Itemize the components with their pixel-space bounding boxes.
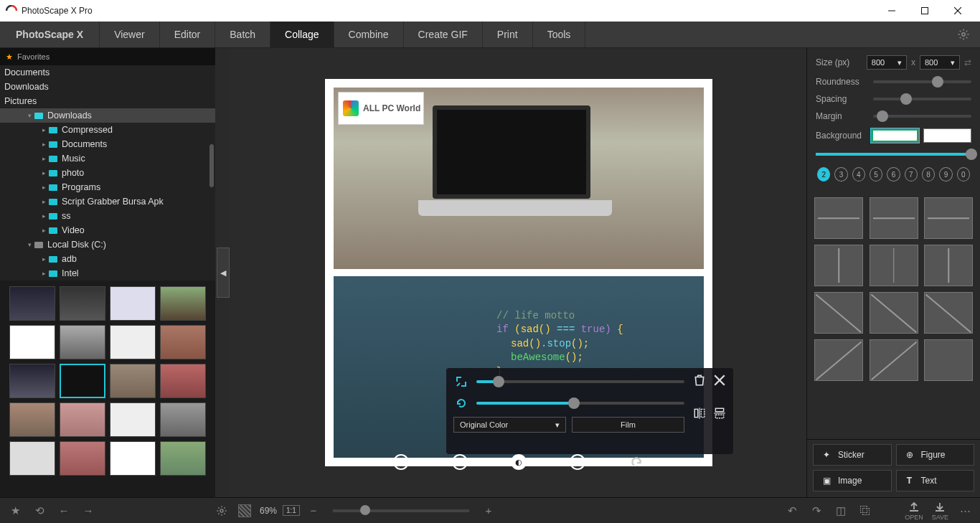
thumb-item[interactable]: [60, 286, 105, 321]
film-button[interactable]: Film: [572, 417, 684, 433]
tab-tools[interactable]: Tools: [533, 22, 586, 47]
swap-icon[interactable]: ⇄: [964, 57, 971, 67]
folder-script-grabber[interactable]: ▸Script Grabber Bursa Apk: [0, 194, 215, 209]
folder-photo[interactable]: ▸photo: [0, 166, 215, 180]
tab-viewer[interactable]: Viewer: [100, 22, 160, 47]
thumb-item[interactable]: [160, 286, 206, 321]
layout-count-9[interactable]: 9: [939, 167, 952, 182]
thumb-item[interactable]: [60, 402, 105, 437]
figure-button[interactable]: ⊕Figure: [896, 444, 975, 466]
folder-local-disk-c[interactable]: ▾Local Disk (C:): [0, 237, 215, 252]
layout-template[interactable]: [924, 197, 973, 239]
folder-programs[interactable]: ▸Programs: [0, 180, 215, 194]
open-button[interactable]: OPEN: [905, 501, 923, 521]
image-button[interactable]: ▣Image: [813, 470, 892, 491]
layout-count-8[interactable]: 8: [922, 167, 935, 182]
rotate-cell-slider[interactable]: [476, 402, 684, 405]
more-icon[interactable]: ⋯: [957, 503, 973, 519]
folder-ss[interactable]: ▸ss: [0, 209, 215, 223]
thumb-item[interactable]: [160, 364, 206, 398]
folder-root-documents[interactable]: Documents: [0, 65, 215, 80]
thumb-item[interactable]: [60, 325, 105, 359]
tab-batch[interactable]: Batch: [215, 22, 270, 47]
favorites-bar[interactable]: ★ Favorites: [0, 48, 215, 65]
vignette-icon[interactable]: ◐: [511, 454, 527, 470]
layout-count-3[interactable]: 3: [834, 167, 847, 182]
layout-template[interactable]: [924, 339, 973, 381]
thumb-item[interactable]: [160, 325, 206, 359]
layout-count-6[interactable]: 6: [887, 167, 900, 182]
layout-template[interactable]: [870, 245, 918, 286]
thumb-item[interactable]: [160, 402, 206, 437]
bg-swatch-2[interactable]: [923, 128, 971, 143]
layout-template[interactable]: [814, 339, 863, 381]
favorite-icon[interactable]: ★: [7, 503, 23, 519]
layout-count-7[interactable]: 7: [905, 167, 918, 182]
refresh-icon[interactable]: ⟲: [32, 503, 47, 519]
brand-tab[interactable]: PhotoScape X: [0, 22, 100, 47]
layout-template[interactable]: [924, 245, 973, 286]
folder-intel[interactable]: ▸Intel: [0, 266, 215, 281]
thumb-item[interactable]: [160, 441, 206, 476]
grid-toggle-icon[interactable]: [238, 504, 251, 517]
zoom-cell-slider[interactable]: [476, 380, 684, 383]
crop-icon[interactable]: ⿻: [857, 503, 873, 519]
layout-template[interactable]: [814, 197, 863, 239]
spacing-slider[interactable]: [873, 98, 971, 100]
collapse-left-icon[interactable]: ◀: [217, 248, 230, 298]
flip-v-icon[interactable]: [713, 407, 726, 433]
margin-slider[interactable]: [873, 115, 971, 118]
settings-gear-icon[interactable]: [947, 22, 980, 47]
layout-template[interactable]: [814, 292, 863, 334]
folder-documents[interactable]: ▸Documents: [0, 137, 215, 151]
temperature-icon[interactable]: 🌡: [570, 454, 585, 470]
thumb-item[interactable]: [9, 441, 55, 476]
folder-root-pictures[interactable]: Pictures: [0, 94, 215, 108]
zoom-out-icon[interactable]: −: [306, 503, 321, 519]
layout-template[interactable]: [870, 197, 918, 239]
layout-count-2[interactable]: 2: [817, 167, 830, 182]
gear-icon[interactable]: [214, 503, 230, 519]
thumb-item-selected[interactable]: [60, 364, 105, 398]
size-height-select[interactable]: 800▾: [920, 55, 960, 70]
save-button[interactable]: SAVE: [932, 501, 948, 521]
trash-icon[interactable]: [693, 374, 706, 400]
layout-template[interactable]: [814, 245, 863, 286]
folder-downloads[interactable]: ▾Downloads: [0, 108, 215, 123]
size-width-select[interactable]: 800▾: [867, 55, 907, 70]
tab-create-gif[interactable]: Create GIF: [404, 22, 483, 47]
redo-global-icon[interactable]: ↷: [809, 503, 824, 519]
contrast-icon[interactable]: [393, 454, 409, 470]
tab-editor[interactable]: Editor: [160, 22, 216, 47]
one-to-one-button[interactable]: 1:1: [283, 505, 300, 516]
sticker-button[interactable]: ✦Sticker: [813, 444, 892, 466]
thumb-item[interactable]: [9, 402, 55, 437]
forward-icon[interactable]: →: [80, 503, 96, 519]
folder-video[interactable]: ▸Video: [0, 223, 215, 237]
layout-count-5[interactable]: 5: [870, 167, 882, 182]
layout-template[interactable]: [870, 292, 918, 334]
expand-icon[interactable]: [453, 374, 469, 390]
sidebar-splitter[interactable]: ◀: [215, 48, 231, 497]
undo-icon[interactable]: [628, 454, 644, 470]
back-icon[interactable]: ←: [56, 503, 72, 519]
zoom-slider[interactable]: [333, 509, 469, 512]
window-close-button[interactable]: [941, 0, 974, 22]
text-button[interactable]: TText: [896, 470, 975, 491]
tree-scrollbar[interactable]: [209, 144, 214, 187]
folder-root-downloads[interactable]: Downloads: [0, 80, 215, 94]
thumb-item[interactable]: [110, 441, 156, 476]
thumb-item[interactable]: [110, 325, 156, 359]
zoom-in-icon[interactable]: +: [481, 503, 496, 519]
bg-swatch-selected[interactable]: [871, 128, 919, 143]
folder-compressed[interactable]: ▸Compressed: [0, 123, 215, 137]
rotate-icon[interactable]: [453, 395, 469, 411]
thumb-item[interactable]: [9, 286, 55, 321]
thumb-item[interactable]: [110, 286, 156, 321]
layout-template[interactable]: [870, 339, 918, 381]
layout-template[interactable]: [924, 292, 973, 334]
opacity-slider[interactable]: [816, 153, 971, 156]
tab-print[interactable]: Print: [483, 22, 533, 47]
compare-icon[interactable]: ◫: [833, 503, 849, 519]
folder-adb[interactable]: ▸adb: [0, 252, 215, 266]
